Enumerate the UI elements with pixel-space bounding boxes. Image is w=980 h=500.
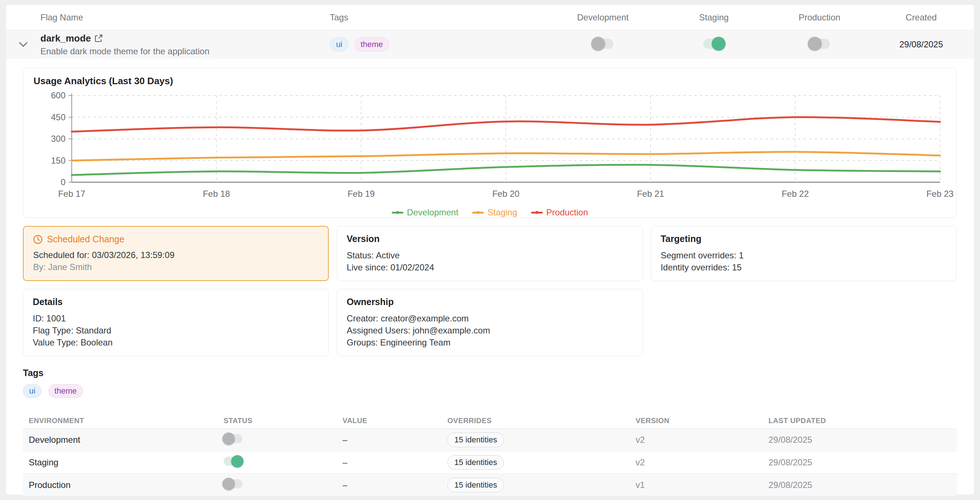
flag-name-column-header: Flag Name [40,13,330,22]
created-column-header: Created [869,13,974,22]
svg-text:Feb 22: Feb 22 [781,189,809,199]
environment-name: Development [23,435,218,445]
development-column-header: Development [548,13,657,22]
production-toggle[interactable] [809,38,830,49]
version-card: Version Status: Active Live since: 01/02… [337,226,643,281]
svg-text:150: 150 [51,156,65,165]
identities-badge[interactable]: 15 identities [447,455,504,470]
flag-description: Enable dark mode theme for the applicati… [40,46,330,56]
legend-label: Development [407,208,458,217]
legend-item-production[interactable]: Production [531,208,588,217]
environment-header: ENVIRONMENT [23,417,218,425]
scheduled-for-text: Scheduled for: 03/03/2026, 13:59:09 [33,249,318,261]
svg-text:Feb 18: Feb 18 [203,189,230,199]
environment-value: – [337,480,442,490]
identity-overrides: Identity overrides: 15 [661,261,947,273]
details-card: Details ID: 1001 Flag Type: Standard Val… [23,289,329,356]
toggle-knob [591,37,605,51]
chart-title: Usage Analytics (Last 30 Days) [33,75,946,87]
tags-column-header: Tags [330,13,548,22]
identities-badge[interactable]: 15 identities [447,478,504,492]
targeting-card-title: Targeting [661,233,947,244]
targeting-card: Targeting Segment overrides: 1 Identity … [651,226,957,281]
environment-value: – [337,435,442,445]
environment-name: Production [23,480,218,490]
environment-table: ENVIRONMENT STATUS VALUE OVERRIDES VERSI… [23,413,957,496]
production-status-toggle[interactable] [224,479,242,488]
legend-item-development[interactable]: Development [392,208,458,217]
legend-marker-icon [472,212,484,214]
legend-marker-icon [392,212,403,214]
environment-version: v1 [630,480,763,490]
staging-toggle[interactable] [703,38,724,49]
details-id: ID: 1001 [33,312,319,324]
version-header: VERSION [630,417,763,425]
tag-pill-theme: theme [48,384,83,398]
created-date: 29/08/2025 [869,39,974,50]
external-link-icon[interactable] [95,34,103,42]
feature-flag-panel: Flag Name Tags Development Staging Produ… [6,5,974,495]
environment-value: – [337,457,442,468]
ownership-groups: Groups: Engineering Team [347,336,633,348]
legend-marker-icon [531,212,543,214]
development-status-toggle[interactable] [224,434,242,443]
ownership-card-title: Ownership [347,297,633,307]
svg-text:450: 450 [51,112,65,122]
svg-text:Feb 21: Feb 21 [637,189,664,199]
segment-overrides: Segment overrides: 1 [661,249,947,261]
chart-legend: DevelopmentStagingProduction [33,208,946,217]
environment-table-header: ENVIRONMENT STATUS VALUE OVERRIDES VERSI… [23,413,957,428]
tag-pill-ui: ui [330,38,348,51]
ownership-creator: Creator: creator@example.com [347,312,633,324]
environment-last-updated: 29/08/2025 [763,435,957,445]
expand-collapse-button[interactable] [6,42,40,47]
toggle-knob [223,478,235,490]
scheduled-by-text: By: Jane Smith [33,261,318,273]
legend-label: Production [546,208,588,217]
legend-item-staging[interactable]: Staging [472,208,517,217]
legend-label: Staging [487,208,517,217]
environment-name: Staging [23,457,218,468]
toggle-knob [808,37,822,51]
table-row-production: Production – 15 identities v1 29/08/2025 [23,474,957,496]
production-column-header: Production [770,13,869,22]
ownership-assigned-users: Assigned Users: john@example.com [347,324,633,336]
development-toggle[interactable] [592,38,613,49]
version-live-since: Live since: 01/02/2024 [347,261,633,273]
details-flag-type: Flag Type: Standard [33,324,319,336]
toggle-knob [231,455,243,468]
value-header: VALUE [337,417,442,425]
details-card-title: Details [33,297,319,307]
environment-last-updated: 29/08/2025 [763,480,957,490]
environment-version: v2 [630,457,763,468]
toggle-knob [223,433,235,445]
tags-section-title: Tags [23,368,957,378]
chevron-down-icon [19,42,28,47]
svg-text:600: 600 [51,90,65,100]
flag-name[interactable]: dark_mode [40,33,91,44]
usage-chart-svg: 0150300450600Feb 17Feb 18Feb 19Feb 20Feb… [33,91,945,202]
version-status: Status: Active [347,249,633,261]
tags-section: Tags ui theme [23,368,957,398]
details-value-type: Value Type: Boolean [33,336,319,348]
scheduled-change-title: Scheduled Change [47,234,124,244]
svg-text:300: 300 [51,134,65,144]
environment-version: v2 [630,435,763,445]
usage-analytics-card: Usage Analytics (Last 30 Days) 015030045… [23,68,957,218]
svg-text:Feb 19: Feb 19 [348,189,375,199]
table-row-development: Development – 15 identities v2 29/08/202… [23,428,957,451]
svg-text:Feb 20: Feb 20 [492,189,520,199]
flag-row-tags: ui theme [330,38,548,51]
identities-badge[interactable]: 15 identities [447,433,504,447]
toggle-knob [712,37,725,51]
tag-pill-ui: ui [23,384,41,398]
svg-text:0: 0 [61,177,65,187]
staging-status-toggle[interactable] [224,457,242,466]
status-header: STATUS [218,417,337,425]
last-updated-header: LAST UPDATED [763,417,957,425]
tag-pill-theme: theme [355,38,389,51]
ownership-card: Ownership Creator: creator@example.com A… [337,289,643,356]
version-card-title: Version [347,233,633,244]
environment-last-updated: 29/08/2025 [763,457,957,468]
svg-text:Feb 17: Feb 17 [58,189,86,199]
